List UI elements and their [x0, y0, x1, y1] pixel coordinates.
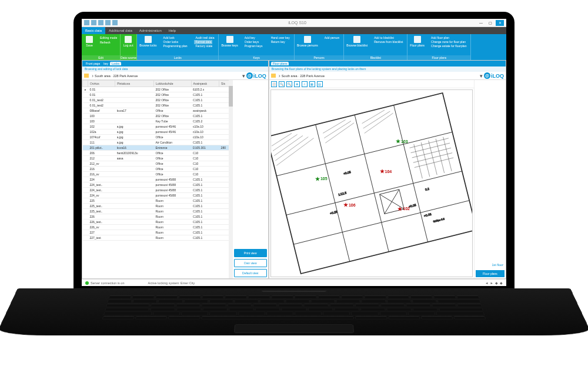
- tab-basic[interactable]: Basic data: [82, 27, 105, 34]
- add-person-button[interactable]: Add person: [320, 34, 344, 55]
- own-view-button[interactable]: Own view: [234, 259, 267, 267]
- save-button[interactable]: Save: [82, 34, 97, 55]
- table-row[interactable]: 0.01_test2202 OfficeC105.1: [83, 103, 233, 108]
- pan-icon[interactable]: ✥: [294, 81, 300, 87]
- locks-actions-2[interactable]: Audit trail data Format data Factory sta…: [191, 34, 218, 55]
- blacklist-actions[interactable]: Add to blacklist Remove from blacklist: [370, 34, 407, 55]
- table-row[interactable]: 201 piilot..kuva16EntranceD105.301280: [83, 145, 233, 151]
- group-label: Data source: [121, 55, 136, 60]
- floor-plans-button[interactable]: Floor plans: [476, 270, 505, 277]
- browse-persons-button[interactable]: Browse persons: [295, 34, 320, 55]
- tool-icon[interactable]: ◊: [302, 81, 308, 87]
- lock-marker[interactable]: ★102: [397, 206, 410, 212]
- svg-line-33: [413, 144, 422, 178]
- dropdown-icon[interactable]: ▾: [242, 73, 245, 79]
- browse-floorplans-button[interactable]: Floor plans: [407, 34, 427, 55]
- brand-logo: @iLOQ: [484, 72, 504, 79]
- qa-icon[interactable]: [91, 20, 96, 25]
- keys-actions[interactable]: Add key Order keys Program keys: [240, 34, 267, 55]
- breadcrumb: Floor plans: [269, 61, 506, 67]
- dropdown-icon[interactable]: ▾: [480, 73, 483, 79]
- group-label: Locks: [137, 55, 218, 60]
- tab-help[interactable]: Help: [165, 27, 179, 34]
- scrollbar[interactable]: [229, 80, 233, 278]
- path-text[interactable]: South area · 228 Park Avenue: [95, 74, 241, 78]
- print-view-button[interactable]: Print view: [234, 249, 267, 257]
- table-row[interactable]: 111a.jpgAir ConditionC105.1: [83, 140, 233, 145]
- chevron-right-icon[interactable]: ›: [279, 73, 280, 79]
- group-label: Keys: [219, 55, 293, 60]
- qa-icon[interactable]: [105, 20, 111, 25]
- table-row[interactable]: 216_svOfficeC10: [83, 172, 233, 177]
- status-icon: ◆: [500, 281, 503, 285]
- table-row[interactable]: 226_test..RoomC105.1: [83, 220, 233, 225]
- floor-level-link[interactable]: 1st floor: [476, 262, 505, 268]
- table-row[interactable]: 224_svporrasovi 45/88C105.1: [83, 193, 233, 198]
- table-row[interactable]: 225_test..RoomC105.1: [83, 204, 233, 209]
- lock-marker[interactable]: ★104: [380, 168, 392, 174]
- table-row[interactable]: 227_testRoomC105.1: [83, 235, 233, 241]
- logout-button[interactable]: Log out: [121, 34, 136, 55]
- zoom-fit-icon[interactable]: ⬜: [271, 81, 277, 87]
- table-row[interactable]: ▸0.01202 Office6105.2.x: [83, 87, 233, 92]
- table-row[interactable]: 100202 OfficeC105.1: [83, 114, 233, 119]
- table-row[interactable]: 226RoomC105.1: [83, 214, 233, 220]
- table-row[interactable]: 212_svOfficeC10: [83, 161, 233, 167]
- table-row[interactable]: 227RoomC105.1: [83, 230, 233, 235]
- table-row[interactable]: 225_test..RoomC105.1: [83, 209, 233, 214]
- scrollbar-thumb[interactable]: [229, 86, 233, 107]
- tool-icon[interactable]: ▦: [309, 81, 315, 87]
- crumb-item[interactable]: Front page: [84, 62, 102, 65]
- svg-line-36: [436, 139, 444, 173]
- locks-table[interactable]: OvirtusPintakuvaLukituskohdeAvainpesäSis…: [82, 80, 233, 241]
- table-row[interactable]: 100Key TubeC105.2: [83, 119, 233, 124]
- maximize-button[interactable]: ▢: [486, 20, 495, 26]
- table-row[interactable]: 0.01202 OfficeC105.1: [83, 92, 233, 98]
- table-row[interactable]: 224porrasovi 45/88C105.1: [83, 177, 233, 182]
- lock-marker[interactable]: ★103: [396, 138, 408, 144]
- tab-admin[interactable]: Administration: [136, 27, 165, 34]
- locks-panel: Front page key Locks Browsing and editin…: [82, 60, 269, 279]
- edit-refresh-button[interactable]: Editing modeRefresh: [97, 34, 120, 55]
- browse-blacklist-button[interactable]: Browse blacklist: [344, 34, 370, 55]
- default-view-button[interactable]: Default view: [234, 269, 267, 277]
- qa-icon[interactable]: [112, 20, 118, 25]
- table-row[interactable]: 102a.jpgporrasovi 45/46c10a.10: [83, 124, 233, 129]
- status-bar: Server connection is on Active locking s…: [82, 279, 506, 286]
- floor-actions[interactable]: Add floor plan Change zone for floor pla…: [427, 34, 470, 55]
- table-row[interactable]: 1074cofa.jpgOfficec10a.10: [83, 135, 233, 140]
- browse-keys-button[interactable]: Browse keys: [219, 34, 240, 55]
- star-icon: ★: [397, 206, 402, 212]
- tab-additional[interactable]: Additional data: [105, 27, 136, 34]
- table-row[interactable]: 206henti20100913uOfficeC10: [83, 151, 233, 156]
- table-row[interactable]: 224_test..porrasovi 45/88C105.1: [83, 182, 233, 188]
- chevron-right-icon[interactable]: ›: [92, 73, 93, 79]
- table-row[interactable]: 224_test..porrasovi 45/88C105.1: [83, 188, 233, 193]
- minimize-button[interactable]: —: [477, 20, 485, 26]
- crumb-item-active[interactable]: Locks: [110, 62, 121, 65]
- zoom-in-icon[interactable]: 🔍: [279, 81, 285, 87]
- zoom-out-icon[interactable]: 🔍: [286, 81, 292, 87]
- table-row[interactable]: 102aa.jpgporrasovi 45/46c10a.10: [83, 129, 233, 135]
- lock-marker[interactable]: ★106: [343, 202, 356, 208]
- locks-actions[interactable]: Add lock Order locks Programming plan: [159, 34, 192, 55]
- qa-icon[interactable]: [98, 20, 103, 25]
- crumb-item[interactable]: key: [102, 62, 110, 65]
- svg-line-8: [271, 134, 300, 151]
- floorplan-viewport[interactable]: +0.05 1:12.5 +0.25 +0.05 0.2 +0.05 G18pc…: [270, 89, 473, 277]
- trackpad: [234, 324, 354, 333]
- path-text[interactable]: South area · 228 Park Avenue: [282, 74, 479, 78]
- lock-marker[interactable]: ★105: [315, 176, 328, 182]
- table-row[interactable]: 212aasaOfficeC10: [83, 156, 233, 161]
- table-row[interactable]: 225RoomC105.1: [83, 198, 233, 204]
- table-row[interactable]: 226_svRoomC105.1: [83, 225, 233, 230]
- table-row[interactable]: 216OfficeC10: [83, 167, 233, 172]
- keys-hand[interactable]: Hand over key Return key: [267, 34, 294, 55]
- close-button[interactable]: ✕: [496, 20, 504, 26]
- browse-locks-button[interactable]: Browse locks: [137, 34, 159, 55]
- qa-icon[interactable]: [84, 20, 89, 25]
- crumb-item-active[interactable]: Floor plans: [271, 62, 289, 65]
- table-row[interactable]: 0.01_test2202 OfficeC105.1: [83, 98, 233, 103]
- tool-icon[interactable]: ▤: [317, 81, 323, 87]
- table-row[interactable]: 08liacefkuva17Officeavainpesä: [83, 108, 233, 114]
